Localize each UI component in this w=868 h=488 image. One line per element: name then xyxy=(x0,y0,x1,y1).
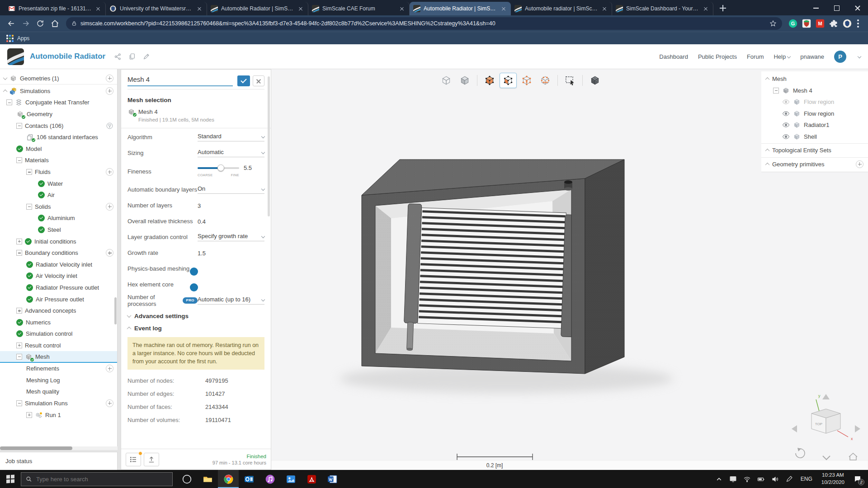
tree-item-fluids[interactable]: Fluids xyxy=(0,166,117,178)
tab-close-icon[interactable] xyxy=(398,5,406,12)
add-item-icon[interactable] xyxy=(106,168,113,176)
tree-item-geometries-1[interactable]: Geometries (1) xyxy=(0,73,117,84)
visibility-eye-icon[interactable] xyxy=(782,121,790,129)
mesh-selection-item[interactable]: Mesh 4 xyxy=(127,108,264,116)
tree-item-air-velocity-inlet[interactable]: Air Velocity inlet xyxy=(0,270,117,282)
browser-tab-university-of-the-witwatersran[interactable]: University of the Witwatersrand - xyxy=(106,2,207,15)
tab-close-icon[interactable] xyxy=(94,5,102,12)
export-mesh-button[interactable] xyxy=(144,453,159,466)
tree-item-numerics[interactable]: Numerics xyxy=(0,316,117,328)
photos-taskbar-icon[interactable] xyxy=(280,470,301,488)
browser-menu-icon[interactable] xyxy=(857,19,859,28)
chevron-up-icon[interactable] xyxy=(765,77,770,82)
radiator-3d-model[interactable] xyxy=(339,160,674,393)
username-label[interactable]: pnawane xyxy=(800,53,824,60)
collapse-box-icon[interactable] xyxy=(16,250,22,256)
address-bar[interactable]: simscale.com/workbench/?pid=422153986212… xyxy=(66,17,782,30)
browser-tab-simscale-cae-forum[interactable]: SimScale CAE Forum xyxy=(308,2,410,15)
tree-item-refinements[interactable]: Refinements xyxy=(0,363,117,375)
cancel-button[interactable] xyxy=(253,75,264,86)
notification-center-icon[interactable]: 2 xyxy=(850,470,865,488)
expand-box-icon[interactable] xyxy=(16,308,22,314)
scene-item-topological-entity-sets-6[interactable]: Topological Entity Sets xyxy=(761,145,868,156)
input-number-of-layers[interactable]: 3 xyxy=(198,202,201,209)
input-growth-rate[interactable]: 1.5 xyxy=(198,250,206,257)
tree-item-radiator-pressure-outlet[interactable]: Radiator Pressure outlet xyxy=(0,282,117,294)
refresh-icon[interactable] xyxy=(33,17,47,30)
select-automatic-boundary-layers[interactable]: On xyxy=(198,185,264,194)
battery-icon[interactable] xyxy=(755,470,767,488)
filter-funnel-icon[interactable] xyxy=(106,122,113,130)
tree-item-contacts-106[interactable]: Contacts (106) xyxy=(0,120,117,131)
tree-item-meshing-log[interactable]: Meshing Log xyxy=(0,374,117,386)
mesh-quality-view-icon[interactable] xyxy=(586,73,604,88)
slider-thumb[interactable] xyxy=(217,164,224,171)
advanced-settings-toggle[interactable]: Advanced settings xyxy=(121,308,271,324)
collapse-box-icon[interactable] xyxy=(16,123,22,129)
chevron-down-icon[interactable] xyxy=(3,75,8,80)
search-input[interactable] xyxy=(36,476,168,483)
collapse-box-icon[interactable] xyxy=(16,354,22,360)
new-tab-button[interactable] xyxy=(717,2,729,14)
settings-scrollbar[interactable] xyxy=(268,76,270,216)
outlook-taskbar-icon[interactable] xyxy=(239,470,259,488)
chrome-taskbar-icon[interactable] xyxy=(218,470,239,488)
scene-item-geometry-primitives-7[interactable]: Geometry primitives xyxy=(761,159,868,170)
left-panel-scrollbar[interactable] xyxy=(114,297,117,324)
file-explorer-taskbar-icon[interactable] xyxy=(197,470,218,488)
tab-close-icon[interactable] xyxy=(601,5,608,12)
tree-item-solids[interactable]: Solids xyxy=(0,201,117,213)
language-indicator[interactable]: ENG xyxy=(797,476,816,482)
orientation-widget[interactable]: y TOP x xyxy=(792,394,860,460)
tab-close-icon[interactable] xyxy=(297,5,304,12)
cortana-taskbar-icon[interactable] xyxy=(176,470,197,488)
collapse-box-icon[interactable] xyxy=(26,204,32,210)
scene-item-shell-5[interactable]: Shell xyxy=(761,131,868,143)
tree-item-run-1[interactable]: Run 1 xyxy=(0,409,117,421)
shield-extension-icon[interactable] xyxy=(800,17,813,30)
forward-icon[interactable] xyxy=(19,17,33,30)
face-select-icon[interactable] xyxy=(500,73,517,88)
pen-icon[interactable] xyxy=(783,470,795,488)
tab-close-icon[interactable] xyxy=(196,5,203,12)
visibility-eye-off-icon[interactable] xyxy=(782,98,790,106)
mesh-log-button[interactable] xyxy=(126,453,141,466)
grammarly-extension-icon[interactable]: G xyxy=(787,17,799,30)
rename-pencil-icon[interactable] xyxy=(141,51,152,62)
tree-item-steel[interactable]: Steel xyxy=(0,224,117,236)
select-layer-gradation-control[interactable]: Specify growth rate xyxy=(198,233,264,241)
shaded-view-icon[interactable] xyxy=(456,73,473,88)
tree-item-mesh-quality[interactable]: Mesh quality xyxy=(0,386,117,398)
tab-close-icon[interactable] xyxy=(500,5,507,12)
slider-track[interactable] xyxy=(198,167,239,169)
chevron-up-icon[interactable] xyxy=(765,149,770,153)
tree-item-simulations[interactable]: Simulations xyxy=(0,85,117,97)
tree-item-aluminium[interactable]: Aluminium xyxy=(0,212,117,224)
tree-item-mesh[interactable]: Mesh xyxy=(0,351,117,363)
add-item-icon[interactable] xyxy=(106,365,113,372)
copy-project-icon[interactable] xyxy=(126,51,138,62)
itunes-taskbar-icon[interactable] xyxy=(259,470,280,488)
tree-item-result-control[interactable]: Result control xyxy=(0,340,117,352)
apps-grid-icon[interactable] xyxy=(6,35,14,42)
tree-item-model[interactable]: Model xyxy=(0,143,117,155)
tree-item-simulation-control[interactable]: Simulation control xyxy=(0,328,117,340)
word-taskbar-icon[interactable] xyxy=(322,470,343,488)
viewport[interactable]: 0.2 [m] y TOP x xyxy=(271,69,868,470)
rotate-view-icon[interactable] xyxy=(796,449,805,458)
visibility-eye-icon[interactable] xyxy=(782,110,790,117)
scene-item-flow-region-2[interactable]: Flow region xyxy=(761,96,868,108)
visibility-eye-icon[interactable] xyxy=(782,133,790,141)
volume-select-icon[interactable] xyxy=(481,73,498,88)
university-extension-icon[interactable] xyxy=(841,17,854,30)
expand-box-icon[interactable] xyxy=(26,412,32,418)
maximize-button[interactable] xyxy=(826,0,847,15)
nav-dashboard[interactable]: Dashboard xyxy=(659,53,688,60)
collapse-box-icon[interactable] xyxy=(16,400,22,406)
tree-item-radiator-velocity-inlet[interactable]: Radiator Velocity inlet xyxy=(0,259,117,271)
add-item-icon[interactable] xyxy=(106,75,113,82)
input-overall-relative-thickness[interactable]: 0.4 xyxy=(198,218,206,225)
tray-chevron-up-icon[interactable] xyxy=(713,470,725,488)
select-sizing[interactable]: Automatic xyxy=(198,149,264,157)
scene-item-radiator1-4[interactable]: Radiator1 xyxy=(761,119,868,131)
